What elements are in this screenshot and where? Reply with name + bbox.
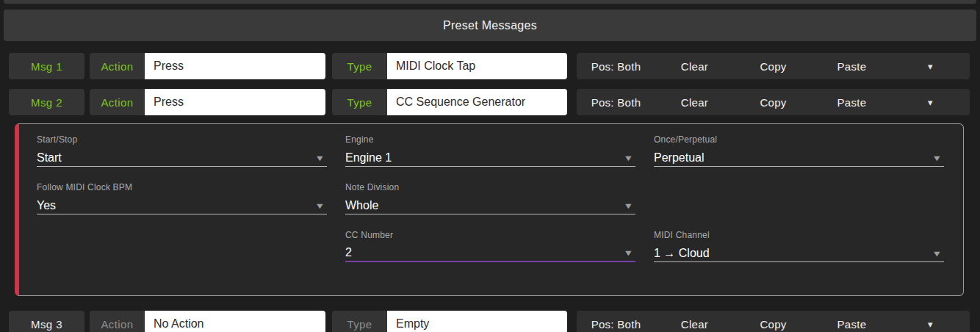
chevron-down-icon: ▼: [932, 154, 942, 162]
msg3-copy-button[interactable]: Copy: [734, 318, 813, 331]
cc-number-label: CC Number: [345, 230, 635, 240]
message-row-1: Msg 1 Action Type Pos: Both Clear Copy P…: [0, 51, 980, 81]
msg2-type-button[interactable]: Type: [332, 89, 387, 115]
msg2-copy-button[interactable]: Copy: [734, 96, 813, 109]
msg3-type-value-input[interactable]: [387, 311, 567, 332]
clipped-top-panel: [4, 0, 976, 4]
chevron-down-icon: ▼: [314, 154, 325, 162]
chevron-down-icon: ▼: [932, 249, 942, 258]
page-title: Preset Messages: [443, 19, 537, 32]
msg3-expand-chevron-down-icon[interactable]: ▾: [891, 319, 970, 330]
follow-midi-clock-bpm-select[interactable]: Follow MIDI Clock BPM Yes ▼: [37, 182, 327, 216]
msg1-type-button[interactable]: Type: [332, 53, 387, 79]
msg2-pos-button[interactable]: Pos: Both: [577, 96, 655, 109]
msg1-copy-button[interactable]: Copy: [734, 60, 813, 73]
msg2-button[interactable]: Msg 2: [9, 89, 84, 115]
msg2-action-value-input[interactable]: [145, 89, 325, 115]
msg3-paste-button[interactable]: Paste: [813, 318, 891, 331]
chevron-down-icon: ▼: [623, 248, 633, 257]
engine-select[interactable]: Engine Engine 1 ▼: [345, 134, 635, 168]
start-stop-label: Start/Stop: [37, 134, 327, 145]
message-row-2: Msg 2 Action Type Pos: Both Clear Copy P…: [0, 87, 980, 117]
msg2-type-value-input[interactable]: [387, 89, 567, 115]
note-division-label: Note Division: [345, 182, 635, 192]
msg1-type-value-input[interactable]: [387, 53, 567, 79]
msg1-clear-button[interactable]: Clear: [655, 60, 734, 73]
msg1-paste-button[interactable]: Paste: [813, 60, 891, 73]
msg1-actions-bar: Pos: Both Clear Copy Paste ▾: [577, 53, 970, 79]
midi-channel-select[interactable]: MIDI Channel 1 → Cloud ▼: [654, 230, 944, 264]
msg1-action-button[interactable]: Action: [90, 53, 145, 79]
msg3-clear-button[interactable]: Clear: [655, 318, 734, 331]
msg2-expand-chevron-down-icon[interactable]: ▾: [891, 97, 970, 108]
preset-messages-screen: Preset Messages Msg 1 Action Type Pos: B…: [0, 0, 980, 332]
cc-number-value: 2: [345, 246, 352, 259]
msg2-action-button[interactable]: Action: [90, 89, 145, 115]
msg3-action-value-input[interactable]: [145, 311, 325, 332]
msg2-settings-panel: Start/Stop Start ▼ Engine Engine 1 ▼ Onc…: [15, 123, 964, 296]
cc-number-select[interactable]: CC Number 2 ▼: [345, 230, 635, 264]
midi-channel-label: MIDI Channel: [654, 230, 944, 240]
msg3-actions-bar: Pos: Both Clear Copy Paste ▾: [577, 311, 970, 332]
msg1-pos-button[interactable]: Pos: Both: [577, 60, 655, 73]
msg3-action-button[interactable]: Action: [90, 311, 145, 332]
msg1-action-value-input[interactable]: [145, 53, 325, 79]
midi-channel-value: 1 → Cloud: [654, 247, 710, 260]
engine-label: Engine: [345, 134, 635, 145]
msg3-type-button[interactable]: Type: [332, 311, 387, 332]
msg1-expand-chevron-down-icon[interactable]: ▾: [891, 61, 970, 72]
start-stop-value: Start: [37, 151, 62, 165]
once-perpetual-value: Perpetual: [654, 151, 705, 165]
msg2-paste-button[interactable]: Paste: [813, 96, 891, 109]
engine-value: Engine 1: [345, 151, 392, 165]
chevron-down-icon: ▼: [623, 201, 633, 210]
msg3-button[interactable]: Msg 3: [9, 311, 84, 332]
msg2-clear-button[interactable]: Clear: [655, 96, 734, 109]
note-division-value: Whole: [345, 199, 378, 212]
section-header: Preset Messages: [4, 10, 976, 41]
chevron-down-icon: ▼: [314, 201, 325, 210]
chevron-down-icon: ▼: [623, 154, 633, 162]
msg1-button[interactable]: Msg 1: [9, 53, 84, 79]
once-perpetual-select[interactable]: Once/Perpetual Perpetual ▼: [654, 134, 944, 168]
msg2-actions-bar: Pos: Both Clear Copy Paste ▾: [577, 89, 970, 115]
start-stop-select[interactable]: Start/Stop Start ▼: [37, 134, 327, 168]
once-perpetual-label: Once/Perpetual: [654, 134, 944, 145]
note-division-select[interactable]: Note Division Whole ▼: [345, 182, 635, 216]
follow-midi-clock-bpm-value: Yes: [37, 199, 56, 212]
follow-midi-clock-bpm-label: Follow MIDI Clock BPM: [37, 182, 327, 192]
msg3-pos-button[interactable]: Pos: Both: [577, 318, 655, 331]
message-row-3: Msg 3 Action Type Pos: Both Clear Copy P…: [0, 309, 980, 332]
